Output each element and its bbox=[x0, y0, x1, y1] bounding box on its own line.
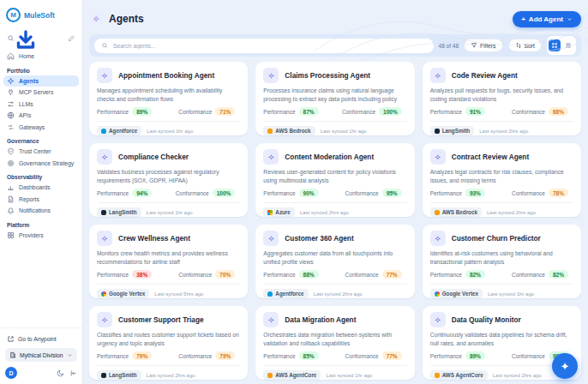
bell-icon bbox=[7, 207, 15, 214]
provider-badge: Google Vertex bbox=[430, 289, 483, 298]
agent-card[interactable]: ✧ Code Review Agent Analyzes pull reques… bbox=[423, 62, 581, 135]
conformance-label: Conformance bbox=[512, 190, 545, 196]
last-synced-text: Last synced 2hrs ago bbox=[493, 373, 542, 378]
agent-card-title: Content Moderation Agent bbox=[285, 153, 374, 161]
sidebar-item-dashboards[interactable]: Dashboards bbox=[3, 182, 79, 194]
performance-label: Performance bbox=[430, 272, 462, 278]
agent-card[interactable]: ✧ Customer Support Triage Classifies and… bbox=[89, 306, 248, 380]
agent-card-description: Analyzes pull requests for bugs, securit… bbox=[430, 87, 573, 103]
agent-card[interactable]: ✧ Customer 360 Agent Aggregates customer… bbox=[255, 225, 414, 298]
provider-badge: Agentforce bbox=[263, 289, 308, 298]
agent-sparkle-icon: ✧ bbox=[97, 312, 112, 327]
sidebar: M MuleSoft Home Portfolio Agents M bbox=[0, 0, 83, 384]
agent-card[interactable]: ✧ Customer Churn Predictor Identifies at… bbox=[423, 225, 581, 298]
sidebar-item-home[interactable]: Home bbox=[3, 51, 79, 63]
provider-badge: AWS AgentCore bbox=[263, 370, 321, 380]
agent-card-description: Aggregates customer data from all touchp… bbox=[263, 249, 406, 266]
provider-icon bbox=[435, 210, 440, 215]
collapse-sidebar-icon[interactable] bbox=[69, 369, 77, 377]
go-to-anypoint-link[interactable]: Go to Anypoint bbox=[5, 333, 77, 345]
performance-badge: 88% bbox=[299, 270, 319, 279]
agent-card-title: Customer Churn Predictor bbox=[452, 234, 541, 243]
agent-sparkle-icon: ✧ bbox=[263, 149, 279, 165]
dark-mode-moon-icon[interactable] bbox=[57, 369, 64, 377]
performance-badge: 93% bbox=[465, 189, 485, 197]
sidebar-item-providers[interactable]: Providers bbox=[3, 230, 79, 242]
sidebar-item-llms[interactable]: LLMs bbox=[3, 99, 79, 111]
last-synced-text: Last synced 2hrs ago bbox=[479, 129, 528, 134]
search-field[interactable] bbox=[94, 39, 434, 53]
agent-sparkle-icon: ✧ bbox=[430, 149, 446, 165]
last-synced-text: Last synced 1hr ago bbox=[147, 210, 193, 215]
agent-card-title: Contract Review Agent bbox=[452, 153, 530, 161]
sidebar-item-trust-center[interactable]: Trust Center bbox=[3, 146, 79, 158]
agent-card-title: Crew Wellness Agent bbox=[118, 234, 190, 243]
provider-badge: LangSmith bbox=[97, 370, 141, 380]
sliders-icon bbox=[7, 100, 15, 108]
agent-card-title: Data Quality Monitor bbox=[452, 315, 521, 324]
agent-sparkle-icon: ✧ bbox=[430, 312, 446, 327]
conformance-badge: 100% bbox=[379, 107, 402, 116]
search-input[interactable] bbox=[111, 42, 427, 50]
plus-icon: + bbox=[521, 15, 525, 23]
performance-badge: 89% bbox=[132, 107, 152, 116]
provider-icon bbox=[435, 373, 440, 378]
sidebar-item-gateways[interactable]: Gateways bbox=[3, 122, 79, 134]
plug-icon bbox=[7, 88, 15, 96]
mulesoft-logo[interactable]: M MuleSoft bbox=[0, 0, 82, 22]
sidebar-item-reports[interactable]: Reports bbox=[3, 194, 79, 206]
provider-badge: LangSmith bbox=[430, 126, 475, 135]
arrows-swap-icon bbox=[7, 123, 15, 131]
agent-card[interactable]: ✧ Contract Review Agent Analyzes legal c… bbox=[423, 143, 581, 217]
sidebar-item-agents[interactable]: Agents bbox=[3, 75, 79, 87]
conformance-label: Conformance bbox=[345, 190, 379, 196]
sidebar-item-apis[interactable]: APIs bbox=[3, 110, 79, 122]
agent-card[interactable]: ✧ Crew Wellness Agent Monitors crew heal… bbox=[89, 225, 248, 298]
last-synced-text: Last synced 2hrs ago bbox=[314, 291, 363, 297]
agent-card[interactable]: ✧ Data Migration Agent Orchestrates data… bbox=[255, 306, 414, 380]
provider-icon bbox=[101, 210, 106, 215]
conformance-badge: 70% bbox=[215, 270, 235, 279]
compose-icon[interactable] bbox=[68, 34, 75, 42]
agent-card[interactable]: ✧ Appointment Booking Agent Manages appo… bbox=[89, 62, 248, 135]
target-icon bbox=[7, 159, 15, 167]
sidebar-item-governance-strategy[interactable]: Governance Strategy bbox=[3, 158, 79, 170]
search-icon[interactable] bbox=[7, 34, 15, 42]
agent-card[interactable]: ✧ Compliance Checker Validates business … bbox=[89, 143, 248, 217]
conformance-badge: 95% bbox=[382, 189, 402, 197]
agent-card-description: Reviews user-generated content for polic… bbox=[263, 168, 406, 184]
performance-label: Performance bbox=[97, 190, 129, 196]
agent-card-title: Compliance Checker bbox=[118, 153, 189, 161]
conformance-badge: 68% bbox=[549, 107, 568, 116]
grid-view-button[interactable] bbox=[549, 39, 561, 51]
agent-card[interactable]: ✧ Content Moderation Agent Reviews user-… bbox=[255, 143, 414, 217]
provider-name: AWS Bedrock bbox=[442, 209, 477, 215]
last-synced-text: Last synced 2hrs ago bbox=[487, 210, 536, 215]
filters-button[interactable]: Filters bbox=[464, 39, 503, 52]
performance-badge: 82% bbox=[465, 270, 485, 279]
agent-card-description: Validates business processes against reg… bbox=[97, 168, 240, 184]
sidebar-item-notifications[interactable]: Notifications bbox=[3, 205, 79, 217]
list-view-button[interactable] bbox=[562, 39, 574, 51]
provider-icon bbox=[267, 373, 273, 378]
globe-icon bbox=[7, 111, 15, 119]
sort-button[interactable]: Sort bbox=[508, 39, 542, 52]
sidebar-item-mcp-servers[interactable]: MCP Servers bbox=[3, 87, 79, 99]
bar-chart-icon bbox=[7, 183, 15, 191]
provider-icon bbox=[267, 291, 273, 297]
org-selector[interactable]: Mythical Division bbox=[5, 348, 77, 362]
add-agent-button[interactable]: + Add Agent bbox=[513, 11, 581, 27]
main-content: ✧ Agents + Add Agent 48 of 48 Filters So… bbox=[82, 0, 588, 384]
provider-icon bbox=[101, 291, 106, 297]
agent-card-title: Claims Processing Agent bbox=[285, 71, 370, 80]
assistant-fab-button[interactable]: ✦ bbox=[552, 353, 578, 379]
shield-check-icon bbox=[7, 147, 15, 155]
last-synced-text: Last synced 1hr ago bbox=[147, 129, 193, 134]
chevron-down-icon bbox=[67, 352, 73, 358]
mulesoft-logo-icon: M bbox=[6, 8, 21, 22]
agent-card[interactable]: ✧ Claims Processing Agent Processes insu… bbox=[255, 62, 414, 135]
agent-card-title: Customer Support Triage bbox=[118, 315, 204, 324]
agent-sparkle-icon: ✧ bbox=[263, 231, 279, 246]
conformance-badge: 78% bbox=[549, 189, 568, 197]
user-avatar[interactable]: D bbox=[5, 367, 17, 379]
